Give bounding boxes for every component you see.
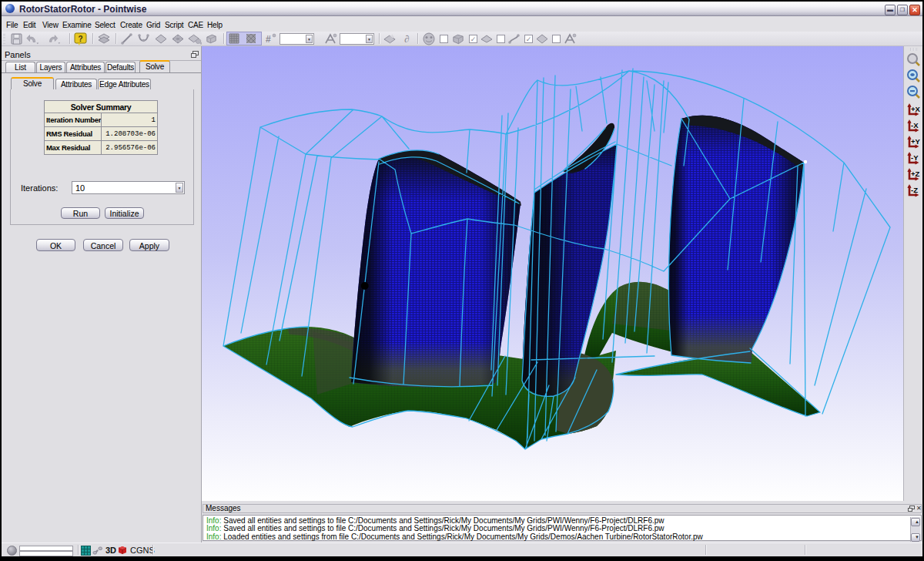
svg-text:-Z: -Z <box>911 186 918 194</box>
svg-text:+Y: +Y <box>911 137 921 146</box>
svg-text:-X: -X <box>911 121 919 129</box>
svg-text:-Y: -Y <box>911 153 919 162</box>
svg-text:?: ? <box>78 35 82 43</box>
svg-text:∂: ∂ <box>404 33 409 45</box>
svg-text:+Z: +Z <box>911 170 920 178</box>
svg-text:+X: +X <box>911 105 921 113</box>
svg-text:#: # <box>266 34 271 45</box>
